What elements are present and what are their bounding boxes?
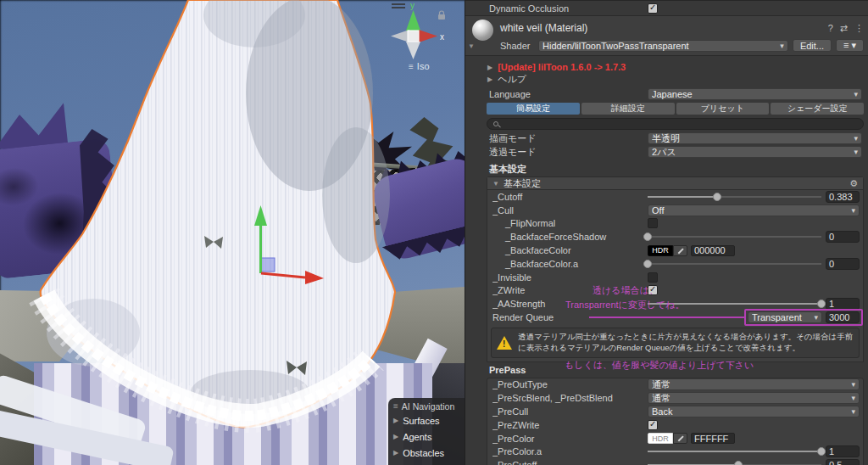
backface-force-shadow-slider[interactable] <box>648 231 821 243</box>
chevron-right-icon: ▶ <box>393 449 398 457</box>
eyedropper-icon[interactable] <box>673 433 687 444</box>
dynamic-occlusion-row: Dynamic Occlusion <box>465 1 868 16</box>
invisible-row: _Invisible <box>487 271 863 284</box>
gizmo-y-axis-cone[interactable] <box>406 10 420 31</box>
settings-tabs: 簡易設定 詳細設定 プリセット シェーダー設定 <box>487 103 864 115</box>
material-preview-sphere[interactable] <box>472 20 493 41</box>
basic-settings-heading: 基本設定 <box>465 164 868 175</box>
backface-color-hex-field[interactable]: 000000 <box>691 245 735 256</box>
language-dropdown[interactable]: Japanese <box>648 88 862 100</box>
backface-color-swatch[interactable]: HDR <box>648 245 673 256</box>
rendering-mode-dropdown[interactable]: 半透明 <box>648 132 862 144</box>
nav-item-surfaces[interactable]: ▶ Surfaces <box>393 412 465 429</box>
update-notice-label: [Update] lilToon 1.6.0 -> 1.7.3 <box>498 62 626 72</box>
language-label: Language <box>489 89 648 99</box>
tab-advanced-settings[interactable]: 詳細設定 <box>581 103 675 115</box>
eyedropper-icon[interactable] <box>673 245 687 256</box>
backface-color-a-value-field[interactable]: 0 <box>826 258 860 270</box>
tab-shader-settings[interactable]: シェーダー設定 <box>771 103 864 115</box>
pre-out-type-dropdown[interactable]: 通常 <box>648 378 860 390</box>
gizmo-left-cone[interactable] <box>391 30 409 42</box>
nav-item-agents[interactable]: ▶ Agents <box>393 429 465 445</box>
pre-out-type-row: _PreOutType 通常 <box>487 378 863 392</box>
rendering-mode-label: 描画モード <box>489 132 648 145</box>
prepass-group: _PreOutType 通常 _PreSrcBlend, _PreDstBlen… <box>487 378 864 465</box>
move-gizmo-xy-plane-handle[interactable] <box>261 258 275 272</box>
lock-icon[interactable] <box>438 14 445 20</box>
help-icon[interactable]: ? <box>828 23 833 33</box>
flip-normal-row: _FlipNormal <box>487 217 863 231</box>
zwrite-row: _ZWrite <box>487 284 863 298</box>
update-notice-foldout[interactable]: ▶ [Update] lilToon 1.6.0 -> 1.7.3 <box>465 61 868 73</box>
projection-toggle[interactable]: ≡ Iso <box>409 61 430 71</box>
scene-view[interactable]: y x ≡ Iso ≡ AI Navigation ▶ Surfaces ▶ A… <box>0 0 465 465</box>
ai-navigation-overlay: ≡ AI Navigation ▶ Surfaces ▶ Agents ▶ Ob… <box>388 398 465 465</box>
pre-color-a-value-field[interactable]: 1 <box>826 445 860 457</box>
annotation-note-3: もしくは、値を服や髪の値より上げて下さい <box>565 359 754 372</box>
pre-cutoff-slider[interactable] <box>648 459 821 465</box>
material-foldout-arrow[interactable]: ▼ <box>468 42 475 50</box>
backface-color-a-slider[interactable] <box>648 258 821 270</box>
shader-label: Shader <box>500 41 534 51</box>
pre-cutoff-value-field[interactable]: 0.5 <box>826 459 860 465</box>
cutoff-value-field[interactable]: 0.383 <box>826 191 860 203</box>
gizmo-center-cube[interactable] <box>408 31 419 42</box>
rendering-mode-row: 描画モード 半透明 <box>465 132 868 145</box>
cutoff-slider[interactable] <box>648 191 821 203</box>
material-title: white veil (Material) <box>500 22 821 34</box>
tab-presets[interactable]: プリセット <box>676 103 770 115</box>
pre-color-row: _PreColor HDR FFFFFF <box>487 432 863 445</box>
help-foldout[interactable]: ▶ ヘルプ <box>465 73 868 85</box>
annotation-note-1: 透ける場合は、 <box>593 284 659 297</box>
backface-color-row: _BackfaceColor HDR 000000 <box>487 244 863 257</box>
iso-icon: ≡ <box>409 62 414 71</box>
edit-shader-button[interactable]: Edit... <box>793 39 832 52</box>
pre-color-swatch[interactable]: HDR <box>648 433 673 444</box>
pre-cutoff-row: _PreCutoff 0.5 <box>487 458 863 465</box>
presets-icon[interactable]: ⇄ <box>840 23 848 34</box>
nav-item-obstacles[interactable]: ▶ Obstacles <box>393 445 465 461</box>
menu-icon: ≡ <box>393 401 398 411</box>
annotation-arrow-line <box>589 317 745 318</box>
ai-navigation-header[interactable]: ≡ AI Navigation <box>393 400 465 412</box>
veil-layer: y x <box>0 0 465 465</box>
property-search-field[interactable] <box>487 118 864 130</box>
backface-force-shadow-value-field[interactable]: 0 <box>826 231 860 243</box>
pre-color-hex-field[interactable]: FFFFFF <box>691 433 735 444</box>
kebab-menu-icon[interactable]: ⋮ <box>854 23 864 34</box>
render-queue-warning: 透過マテリアル同士が重なったときに片方が見えなくなる場合があります。その場合は手… <box>491 328 860 358</box>
scene-orientation-gizmo[interactable]: y x <box>391 1 445 59</box>
backface-color-a-row: _BackfaceColor.a 0 <box>487 257 863 271</box>
dynamic-occlusion-label: Dynamic Occlusion <box>489 3 648 14</box>
pre-cull-dropdown[interactable]: Back <box>648 406 860 417</box>
burger-dropdown-button[interactable]: ≡ ▾ <box>836 39 864 52</box>
dynamic-occlusion-checkbox[interactable] <box>648 3 658 14</box>
basic-settings-foldout[interactable]: ▼ 基本設定 ⚙ <box>487 177 863 190</box>
cull-dropdown[interactable]: Off <box>648 204 860 216</box>
selected-veil-mesh[interactable] <box>41 0 395 427</box>
material-header: white veil (Material) ? ⇄ ⋮ Shader Hidde… <box>465 16 868 56</box>
language-row: Language Japanese <box>465 87 868 101</box>
invisible-checkbox[interactable] <box>648 272 658 283</box>
gizmo-x-axis-cone[interactable] <box>419 30 437 42</box>
chevron-down-icon: ▼ <box>492 180 499 188</box>
gizmo-x-label: x <box>440 32 444 42</box>
projection-label: Iso <box>417 61 430 71</box>
shader-dropdown[interactable]: Hidden/lilToonTwoPassTransparent <box>538 40 788 52</box>
pre-zwrite-checkbox[interactable] <box>648 420 658 430</box>
unity-editor: y x ≡ Iso ≡ AI Navigation ▶ Surfaces ▶ A… <box>0 0 868 465</box>
pre-blend-dropdown[interactable]: 通常 <box>648 392 860 404</box>
basic-settings-group: ▼ 基本設定 ⚙ _Cutoff 0.383 _Cull Off _FlipNo… <box>487 176 864 362</box>
pre-color-a-slider[interactable] <box>648 445 821 457</box>
overlay-handle-icon[interactable] <box>392 3 405 8</box>
gear-icon[interactable]: ⚙ <box>849 178 858 189</box>
search-icon <box>493 121 498 126</box>
flip-normal-checkbox[interactable] <box>648 218 658 228</box>
chevron-right-icon: ▶ <box>393 417 398 424</box>
pre-blend-row: _PreSrcBlend, _PreDstBlend 通常 <box>487 391 863 405</box>
tab-simple-settings[interactable]: 簡易設定 <box>487 103 580 115</box>
pre-cull-row: _PreCull Back <box>487 405 863 418</box>
help-label: ヘルプ <box>498 73 526 86</box>
transparent-mode-dropdown[interactable]: 2パス <box>648 146 862 158</box>
gizmo-down-cone[interactable] <box>406 42 420 59</box>
